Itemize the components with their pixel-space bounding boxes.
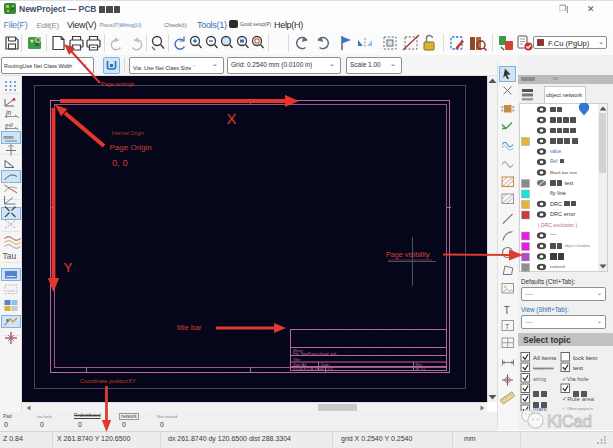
svg-text:Title:: Title:: [293, 358, 301, 362]
svg-text:mm: mm: [4, 134, 14, 140]
svg-text:File: NewProject.kicad_pcb: File: NewProject.kicad_pcb: [293, 352, 336, 356]
svg-text:KiCad E.D.A. kicad 7.0.6: KiCad E.D.A. kicad 7.0.6: [293, 367, 333, 371]
svg-text:Id: 1/1: Id: 1/1: [416, 367, 426, 371]
svg-text:Tau: Tau: [3, 251, 17, 261]
svg-text:in: in: [6, 109, 11, 116]
svg-text:T: T: [504, 305, 510, 316]
svg-text:mil: mil: [5, 122, 13, 128]
svg-text:KiCad: KiCad: [547, 412, 592, 430]
svg-text:T: T: [505, 323, 510, 330]
